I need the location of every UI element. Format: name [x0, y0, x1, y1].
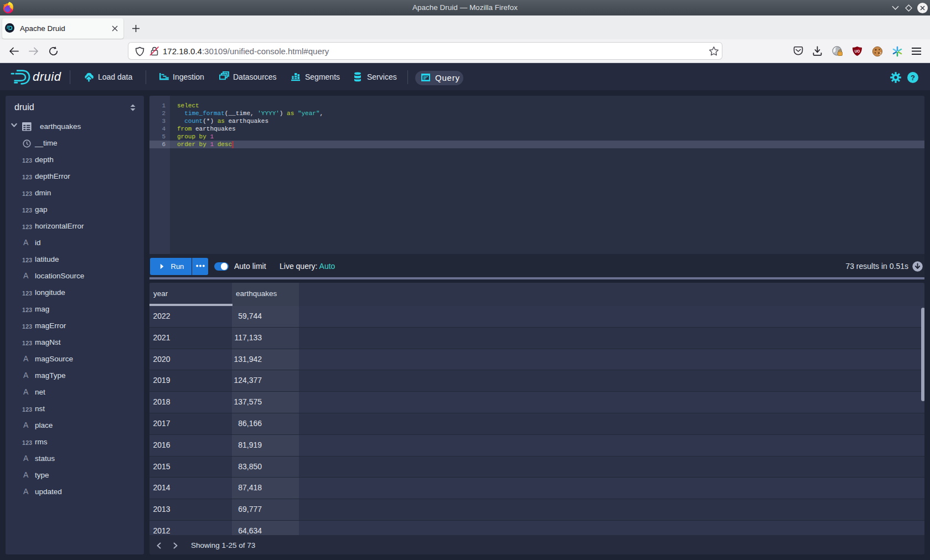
svg-text:?: ?	[911, 74, 915, 82]
svg-text:UO: UO	[855, 49, 860, 53]
